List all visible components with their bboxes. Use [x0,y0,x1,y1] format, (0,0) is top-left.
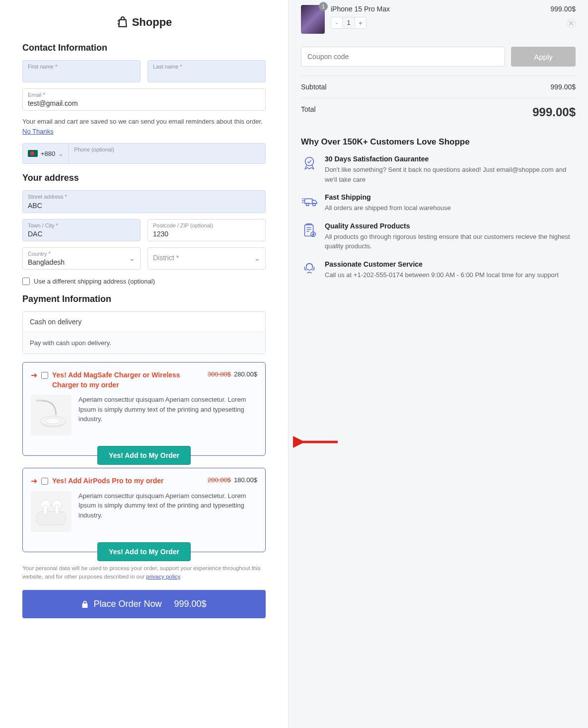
quality-icon [301,222,318,239]
postcode-field[interactable]: Postcode / ZIP (optional) [147,219,266,241]
qty-stepper: - 1 + [331,17,367,29]
upsell-prices: 200.00$180.00$ [208,476,257,484]
bag-icon [116,16,129,29]
country-label: Country * [28,251,135,257]
benefit-title: Fast Shipping [325,193,451,201]
qty-value: 1 [342,17,355,28]
item-price: 999.00$ [550,5,576,13]
apply-coupon-button[interactable]: Apply [511,47,576,67]
payment-method-name[interactable]: Cash on delivery [23,312,265,332]
benefit-title: 30 Days Satisfaction Gaurantee [325,155,576,163]
guarantee-icon [301,155,318,172]
benefit-desc: Don't like something? Sent it back no qu… [325,165,576,184]
upsell-card: ➜ Yes! Add AirPods Pro to my order 200.0… [22,468,266,552]
address-heading: Your address [22,173,266,183]
benefit-desc: Call us at +1-202-555-0174 between 9:00 … [325,270,559,280]
phone-field[interactable]: +880 ⌄ Phone (optional) [22,143,266,164]
brand-logo: Shoppe [22,16,266,29]
support-icon [301,260,318,277]
first-name-field[interactable]: First name * [22,60,141,82]
upsell-image [31,491,72,532]
coupon-input[interactable] [301,47,505,67]
payment-method-box: Cash on delivery Pay with cash upon deli… [22,311,266,354]
payment-method-desc: Pay with cash upon delivery. [23,332,265,354]
svg-point-8 [305,157,314,166]
country-select[interactable]: Country * ⌄ [22,247,141,270]
benefit-item: Passionate Customer Service Call us at +… [301,260,576,280]
upsell-checkbox[interactable] [41,478,48,485]
qty-plus-button[interactable]: + [355,17,366,28]
svg-rect-5 [43,505,47,514]
benefit-title: Quality Assured Products [325,222,576,230]
email-field[interactable]: Email * [22,88,266,111]
postcode-label: Postcode / ZIP (optional) [153,222,260,229]
total-value: 999.00$ [532,105,576,119]
qty-badge: 1 [319,2,328,11]
svg-rect-7 [55,505,59,514]
lock-icon [81,600,88,608]
close-icon [569,21,574,26]
upsell-checkbox[interactable] [41,372,48,379]
svg-point-2 [45,418,61,424]
phone-label: Phone (optional) [74,146,260,152]
benefit-item: Fast Shipping All orders are shipped fro… [301,193,576,213]
svg-rect-12 [305,224,313,236]
district-select[interactable]: District * ⌄ [147,247,266,270]
cart-item: 1 iPhone 15 Pro Max - 1 + 999.00$ [301,5,576,41]
shipping-icon [301,193,318,210]
remove-item-button[interactable] [567,19,576,28]
different-shipping-checkbox[interactable]: Use a different shipping address (option… [22,278,266,285]
contact-note: Your email and cart are saved so we can … [22,117,266,136]
upsell-title: Yes! Add MagSafe Charger or Wireless Cha… [52,370,204,390]
email-label: Email * [28,92,260,98]
benefit-item: Quality Assured Products All products go… [301,222,576,251]
street-label: Street address * [28,194,260,200]
arrow-right-icon: ➜ [31,477,37,485]
last-name-label: Last name * [153,64,260,70]
total-label: Total [301,105,316,119]
upsell-image [31,395,72,436]
place-order-amount: 999.00$ [174,599,207,609]
upsell-add-button[interactable]: Yes! Add to My Order [97,542,191,561]
street-field[interactable]: Street address * [22,190,266,213]
phone-country-select[interactable]: +880 ⌄ [23,144,69,163]
privacy-policy-link[interactable]: privacy policy [146,574,180,580]
first-name-label: First name * [28,64,135,70]
svg-rect-9 [305,199,312,203]
town-field[interactable]: Town / City * [22,219,141,241]
subtotal-label: Subtotal [301,83,326,91]
phone-prefix: +880 [41,150,55,157]
why-heading: Why Over 150K+ Customers Love Shoppe [301,137,576,147]
last-name-field[interactable]: Last name * [147,60,266,82]
chevron-down-icon: ⌄ [254,254,260,262]
benefit-desc: All orders are shipped from local wareho… [325,203,451,213]
upsell-prices: 300.00$280.00$ [208,370,257,378]
benefit-title: Passionate Customer Service [325,260,559,268]
upsell-title: Yes! Add AirPods Pro to my order [52,476,204,486]
place-order-button[interactable]: Place Order Now 999.00$ [22,590,266,618]
upsell-desc: Aperiam consecttur quisquam Aperiam cons… [78,395,257,436]
chevron-down-icon: ⌄ [58,150,64,157]
payment-heading: Payment Information [22,294,266,304]
place-order-label: Place Order Now [93,599,161,609]
airpods-icon [32,492,71,531]
upsell-add-button[interactable]: Yes! Add to My Order [97,446,191,465]
upsell-card: ➜ Yes! Add MagSafe Charger or Wireless C… [22,362,266,456]
charger-icon [32,396,71,435]
svg-rect-3 [37,511,66,525]
product-name: iPhone 15 Pro Max [331,5,544,13]
arrow-right-icon: ➜ [31,371,37,379]
privacy-note: Your personal data will be used to proce… [22,564,266,582]
benefit-item: 30 Days Satisfaction Gaurantee Don't lik… [301,155,576,184]
flag-icon [28,150,38,157]
qty-minus-button[interactable]: - [331,17,342,28]
district-label: District * [153,254,179,262]
subtotal-value: 999.00$ [550,83,576,91]
benefit-desc: All products go through rigorous testing… [325,232,576,251]
no-thanks-link[interactable]: No Thanks [22,128,54,135]
upsell-desc: Aperiam consecttur quisquam Aperiam cons… [78,491,257,532]
contact-heading: Contact Information [22,43,266,53]
town-label: Town / City * [28,222,135,229]
brand-name: Shoppe [132,16,172,29]
